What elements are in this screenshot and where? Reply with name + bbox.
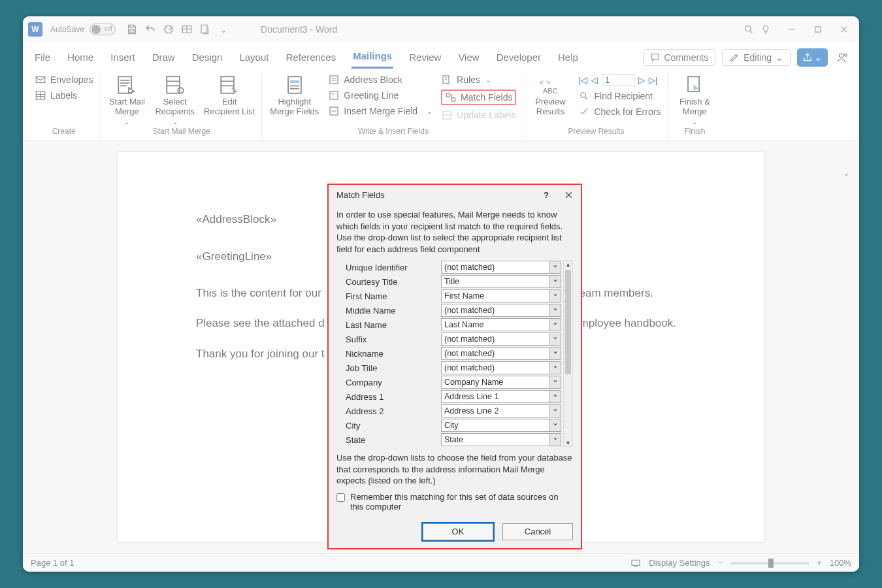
field-name: Last Name xyxy=(336,320,441,330)
update-labels-icon xyxy=(441,109,453,121)
field-name: Job Title xyxy=(336,363,441,373)
svg-rect-24 xyxy=(221,76,234,93)
rules-button[interactable]: Rules⌄ xyxy=(441,74,516,86)
scroll-down-icon[interactable]: ▾ xyxy=(564,439,572,446)
qat-item-icon[interactable] xyxy=(181,24,193,35)
field-mapping-select[interactable]: First Name xyxy=(441,289,561,302)
svg-rect-39 xyxy=(446,93,449,97)
tab-help[interactable]: Help xyxy=(557,48,580,68)
edit-recipient-list-button[interactable]: Edit Recipient List xyxy=(204,74,255,117)
chevron-down-icon: ⌄ xyxy=(485,76,491,84)
remember-checkbox[interactable]: Remember this matching for this set of d… xyxy=(336,492,573,512)
field-mapping-select[interactable]: (not matched) xyxy=(441,333,561,346)
group-write-insert: Highlight Merge Fields Address Block Gre… xyxy=(263,73,523,140)
display-settings-icon[interactable] xyxy=(630,558,641,568)
ok-button[interactable]: OK xyxy=(423,523,493,540)
account-icon[interactable] xyxy=(837,52,849,63)
envelopes-button[interactable]: Envelopes xyxy=(35,74,93,86)
zoom-in-icon[interactable]: + xyxy=(817,558,822,568)
highlight-merge-fields-button[interactable]: Highlight Merge Fields xyxy=(270,74,319,117)
search-icon[interactable] xyxy=(743,24,755,35)
autosave-toggle[interactable]: Off xyxy=(90,24,116,35)
minimize-icon[interactable] xyxy=(786,24,798,35)
hint-icon[interactable] xyxy=(760,24,772,35)
tab-developer[interactable]: Developer xyxy=(495,48,542,68)
next-record-icon[interactable]: ▷ xyxy=(638,75,645,85)
tab-insert[interactable]: Insert xyxy=(109,48,137,68)
select-recipients-button[interactable]: Select Recipients⌄ xyxy=(155,74,195,125)
dialog-intro: In order to use special features, Mail M… xyxy=(336,209,573,255)
tab-home[interactable]: Home xyxy=(66,48,95,68)
scroll-up-icon[interactable]: ▴ xyxy=(564,261,572,268)
share-button[interactable]: ⌄ xyxy=(797,48,828,67)
field-mapping-select[interactable]: Address Line 1 xyxy=(441,390,561,403)
field-mapping-select[interactable]: City xyxy=(441,419,561,432)
first-record-icon[interactable]: |◁ xyxy=(578,75,587,85)
field-mapping-select[interactable]: (not matched) xyxy=(441,261,561,274)
svg-line-46 xyxy=(585,97,588,100)
zoom-thumb[interactable] xyxy=(768,559,774,568)
finish-merge-button[interactable]: Finish & Merge⌄ xyxy=(676,74,713,125)
page-info[interactable]: Page 1 of 1 xyxy=(31,558,74,568)
match-fields-button[interactable]: Match Fields xyxy=(441,90,516,105)
record-number-input[interactable] xyxy=(602,74,634,86)
field-mapping-select[interactable]: Title xyxy=(441,275,561,288)
address-block-button[interactable]: Address Block xyxy=(328,74,432,86)
titlebar: W AutoSave Off ⌄ Document3 - Word xyxy=(23,16,859,42)
qat-item-icon[interactable] xyxy=(199,24,211,35)
tab-draw[interactable]: Draw xyxy=(151,48,176,68)
field-name: Middle Name xyxy=(336,306,441,316)
pencil-icon xyxy=(729,52,740,63)
field-mapping-select[interactable]: State xyxy=(441,433,561,446)
scroll-thumb[interactable] xyxy=(565,270,571,374)
field-mapping-select[interactable]: (not matched) xyxy=(441,361,561,374)
prev-record-icon[interactable]: ◁ xyxy=(591,75,598,85)
tab-references[interactable]: References xyxy=(284,48,337,68)
preview-results-button[interactable]: « »ABCPreview Results xyxy=(531,74,569,117)
close-icon[interactable] xyxy=(564,191,573,199)
labels-button[interactable]: Labels xyxy=(35,90,93,101)
scrollbar[interactable]: ▴ ▾ xyxy=(563,260,573,447)
tab-mailings[interactable]: Mailings xyxy=(351,46,393,69)
insert-field-icon xyxy=(328,105,340,117)
qat-chevron-icon[interactable]: ⌄ xyxy=(218,24,229,35)
help-icon[interactable]: ? xyxy=(544,190,549,200)
tab-view[interactable]: View xyxy=(457,48,480,68)
undo-icon[interactable] xyxy=(144,24,156,35)
find-recipient-button[interactable]: Find Recipient xyxy=(578,90,661,102)
zoom-level[interactable]: 100% xyxy=(830,558,851,568)
field-mapping-select[interactable]: Last Name xyxy=(441,318,561,331)
check-errors-button[interactable]: Check for Errors xyxy=(578,106,661,118)
display-settings-label[interactable]: Display Settings xyxy=(649,558,710,568)
group-label: Write & Insert Fields xyxy=(270,125,516,139)
tab-file[interactable]: File xyxy=(33,48,52,68)
save-icon[interactable] xyxy=(126,24,138,35)
editing-mode-button[interactable]: Editing ⌄ xyxy=(722,49,791,66)
zoom-slider[interactable] xyxy=(730,562,809,564)
remember-checkbox-input[interactable] xyxy=(336,493,345,502)
redo-icon[interactable] xyxy=(163,24,174,35)
svg-rect-14 xyxy=(36,77,45,83)
dialog-titlebar: Match Fields ? xyxy=(329,185,581,205)
recipients-icon xyxy=(164,74,186,96)
field-mapping-select[interactable]: Company Name xyxy=(441,376,561,389)
insert-merge-field-button[interactable]: Insert Merge Field⌄ xyxy=(328,105,432,117)
svg-point-45 xyxy=(581,93,586,98)
greeting-line-button[interactable]: Greeting Line xyxy=(328,90,432,101)
field-mapping-select[interactable]: (not matched) xyxy=(441,304,561,317)
maximize-icon[interactable] xyxy=(812,24,824,35)
tab-layout[interactable]: Layout xyxy=(238,48,270,68)
field-mapping-select[interactable]: (not matched) xyxy=(441,347,561,360)
collapse-ribbon-icon[interactable]: ⌄ xyxy=(843,168,850,178)
cancel-button[interactable]: Cancel xyxy=(502,523,573,540)
field-mapping-select[interactable]: Address Line 2 xyxy=(441,404,561,417)
zoom-out-icon[interactable]: − xyxy=(718,558,723,568)
tab-design[interactable]: Design xyxy=(191,48,224,68)
field-name: State xyxy=(336,435,441,445)
comments-button[interactable]: Comments xyxy=(643,49,716,66)
tab-review[interactable]: Review xyxy=(408,48,442,68)
close-icon[interactable] xyxy=(838,24,850,35)
last-record-icon[interactable]: ▷| xyxy=(649,75,658,85)
svg-point-23 xyxy=(178,88,184,93)
start-mail-merge-button[interactable]: Start Mail Merge⌄ xyxy=(108,74,146,125)
